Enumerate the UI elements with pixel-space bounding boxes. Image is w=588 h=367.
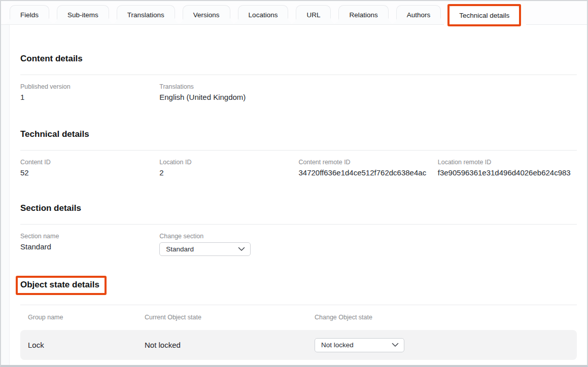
field-value: 2 — [159, 168, 298, 178]
field-value: Standard — [20, 242, 159, 252]
tab-fields[interactable]: Fields — [10, 5, 49, 24]
object-state-details-heading-label: Object state details — [20, 280, 99, 289]
group-name-cell: Lock — [28, 341, 145, 349]
chevron-down-icon — [392, 343, 399, 347]
field-label: Content ID — [20, 158, 159, 166]
field-section-name: Section name Standard — [20, 232, 159, 256]
object-state-table-header: Group name Current Object state Change O… — [20, 313, 577, 321]
technical-details-page: Fields Sub-items Translations Versions L… — [0, 0, 588, 367]
column-header-change-object-state: Change Object state — [315, 313, 577, 321]
section-technical-details: Technical details Content ID 52 Location… — [20, 128, 577, 178]
section-object-state-details: Object state details Group name Current … — [20, 279, 577, 360]
tab-url[interactable]: URL — [296, 5, 331, 24]
chevron-down-icon — [238, 247, 245, 251]
technical-details-panel: Content details Published version 1 Tran… — [1, 53, 587, 360]
section-content-details: Content details Published version 1 Tran… — [20, 53, 577, 102]
field-label: Location remote ID — [438, 158, 577, 166]
field-content-remote-id: Content remote ID 34720ff636e1d4ce512f76… — [299, 158, 438, 178]
tab-authors[interactable]: Authors — [396, 5, 441, 24]
tab-bar: Fields Sub-items Translations Versions L… — [1, 1, 587, 25]
tab-versions[interactable]: Versions — [183, 5, 230, 24]
change-section-select[interactable]: Standard — [159, 242, 251, 256]
table-row-lock: Lock Not locked Not locked — [20, 330, 577, 360]
field-value: 34720ff636e1d4ce512f762dc638e4ac — [299, 168, 438, 178]
field-label: Location ID — [159, 158, 298, 166]
field-location-remote-id: Location remote ID f3e90596361e31d496d40… — [438, 158, 577, 178]
field-label: Published version — [20, 83, 159, 91]
content-details-heading: Content details — [20, 53, 83, 64]
field-label: Change section — [159, 232, 298, 240]
field-value: 1 — [20, 92, 159, 102]
object-state-details-heading: Object state details — [20, 279, 99, 290]
tab-locations[interactable]: Locations — [238, 5, 289, 24]
change-section-select-value: Standard — [166, 245, 194, 253]
column-header-group-name: Group name — [28, 313, 145, 321]
field-label: Section name — [20, 232, 159, 240]
tab-technical-details[interactable]: Technical details — [448, 5, 520, 25]
field-value: English (United Kingdom) — [159, 92, 298, 102]
tab-translations[interactable]: Translations — [117, 5, 175, 24]
technical-details-heading: Technical details — [20, 128, 89, 140]
field-change-section: Change section Standard — [159, 232, 298, 256]
divider — [20, 150, 577, 151]
divider — [20, 75, 577, 75]
tab-technical-details-label: Technical details — [459, 12, 509, 19]
field-content-id: Content ID 52 — [20, 158, 159, 178]
column-header-current-object-state: Current Object state — [145, 313, 315, 321]
field-label: Translations — [159, 83, 298, 91]
change-object-state-select[interactable]: Not locked — [315, 338, 404, 352]
field-label: Content remote ID — [299, 158, 438, 166]
field-value: f3e90596361e31d496d4026eb624c983 — [438, 168, 577, 178]
tab-relations[interactable]: Relations — [338, 5, 388, 24]
current-object-state-cell: Not locked — [145, 341, 315, 349]
field-published-version: Published version 1 — [20, 83, 159, 102]
change-object-state-select-value: Not locked — [321, 341, 354, 349]
field-value: 52 — [20, 168, 159, 178]
section-details-heading: Section details — [20, 202, 81, 214]
divider — [20, 305, 577, 305]
section-section-details: Section details Section name Standard Ch… — [20, 202, 577, 256]
field-translations: Translations English (United Kingdom) — [159, 83, 298, 102]
divider — [20, 224, 577, 225]
field-location-id: Location ID 2 — [159, 158, 298, 178]
tab-sub-items[interactable]: Sub-items — [57, 5, 109, 24]
